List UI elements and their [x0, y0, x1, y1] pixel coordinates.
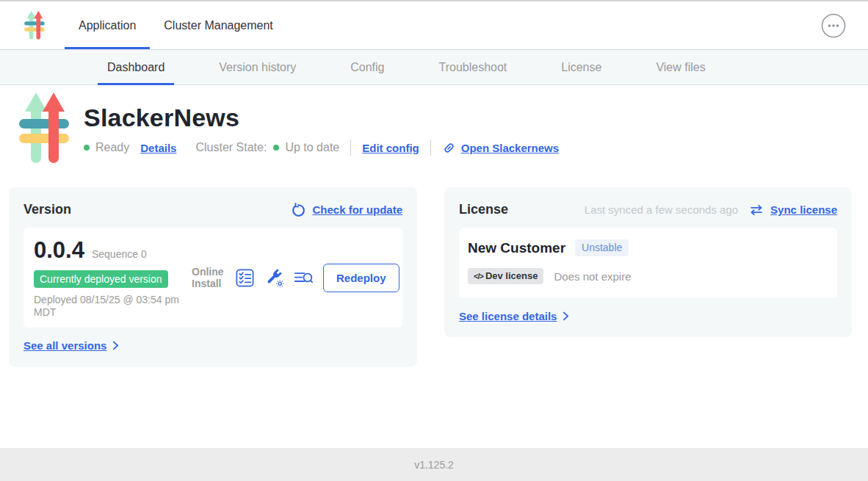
chevron-right-icon	[563, 311, 569, 321]
more-menu-button[interactable]	[821, 13, 846, 38]
cluster-state-value: Up to date	[285, 141, 339, 154]
page-title: SlackerNews	[84, 103, 559, 132]
tab-license[interactable]: License	[551, 50, 611, 84]
app-status-dot	[84, 145, 90, 151]
deployed-timestamp: Deployed 08/15/25 @ 03:54 pm MDT	[34, 294, 181, 318]
version-card: Version Check for update 0.0.4 Sequence	[9, 187, 417, 366]
tab-view-files[interactable]: View files	[646, 50, 715, 84]
edit-config-link[interactable]: Edit config	[362, 142, 419, 154]
currently-deployed-badge: Currently deployed version	[34, 270, 168, 288]
slackernews-logo-icon	[22, 10, 47, 41]
app-logo-small	[22, 10, 47, 42]
customer-name: New Customer	[468, 240, 565, 256]
tab-config[interactable]: Config	[341, 50, 394, 84]
tab-version-history[interactable]: Version history	[209, 50, 305, 84]
app-status-label: Ready	[95, 141, 129, 154]
top-nav: Application Cluster Management	[0, 1, 868, 50]
app-status-row: Ready Details Cluster State: Up to date …	[84, 140, 559, 156]
config-tools-icon[interactable]	[264, 268, 284, 288]
version-number: 0.0.4	[34, 237, 84, 264]
open-app-link-label: Open Slackernews	[461, 142, 559, 154]
license-type-label: Dev license	[485, 270, 538, 281]
app-sub-nav: Dashboard Version history Config Trouble…	[0, 50, 868, 85]
see-license-details-label: See license details	[459, 310, 557, 322]
slackernews-logo-icon	[15, 91, 73, 167]
cluster-state-label: Cluster State:	[195, 141, 267, 154]
footer: v1.125.2	[0, 448, 868, 481]
dashboard-cards: Version Check for update 0.0.4 Sequence	[9, 187, 859, 366]
last-synced-label: Last synced a few seconds ago	[585, 203, 738, 216]
preflight-checks-icon[interactable]	[235, 268, 255, 288]
tab-troubleshoot[interactable]: Troubleshoot	[429, 50, 516, 84]
see-all-versions-link[interactable]: See all versions	[23, 339, 119, 352]
tab-cluster-management[interactable]: Cluster Management	[150, 1, 287, 49]
details-link[interactable]: Details	[140, 142, 176, 154]
tab-dashboard[interactable]: Dashboard	[98, 50, 174, 84]
sync-arrows-icon	[749, 203, 764, 217]
main-content: SlackerNews Ready Details Cluster State:…	[0, 85, 868, 448]
check-for-update-label: Check for update	[312, 203, 402, 216]
console-version-label: v1.125.2	[414, 459, 454, 471]
license-type-badge: </> Dev license	[468, 268, 543, 284]
app-logo-large	[15, 91, 73, 167]
refresh-icon	[291, 203, 305, 217]
redeploy-button[interactable]: Redeploy	[323, 264, 399, 292]
version-card-title: Version	[23, 202, 71, 217]
install-type-label: Online Install	[192, 266, 225, 289]
sync-license-link[interactable]: Sync license	[770, 203, 837, 216]
cluster-state-dot	[273, 145, 279, 151]
divider	[430, 140, 431, 156]
see-license-details-link[interactable]: See license details	[459, 310, 569, 322]
divider	[350, 140, 351, 156]
current-version-panel: 0.0.4 Sequence 0 Currently deployed vers…	[23, 228, 402, 328]
chevron-right-icon	[112, 341, 119, 350]
license-card-title: License	[459, 202, 508, 217]
link-icon	[442, 141, 456, 155]
check-for-update-link[interactable]: Check for update	[291, 203, 402, 217]
view-logs-icon[interactable]	[294, 268, 314, 288]
license-details-panel: New Customer Unstable </> Dev license Do…	[459, 228, 837, 298]
app-header: SlackerNews Ready Details Cluster State:…	[15, 91, 868, 167]
ellipsis-icon	[821, 13, 846, 38]
open-app-link[interactable]: Open Slackernews	[442, 141, 559, 155]
channel-badge: Unstable	[575, 239, 629, 256]
top-nav-tabs: Application Cluster Management	[65, 1, 287, 49]
license-expiration: Does not expire	[554, 270, 631, 283]
see-all-versions-label: See all versions	[23, 339, 106, 352]
tab-application[interactable]: Application	[65, 1, 150, 49]
license-card: License Last synced a few seconds ago Sy…	[444, 187, 852, 337]
admin-console-page: Application Cluster Management Dashboard…	[0, 0, 868, 481]
code-icon: </>	[474, 272, 483, 281]
sequence-label: Sequence 0	[92, 248, 147, 260]
